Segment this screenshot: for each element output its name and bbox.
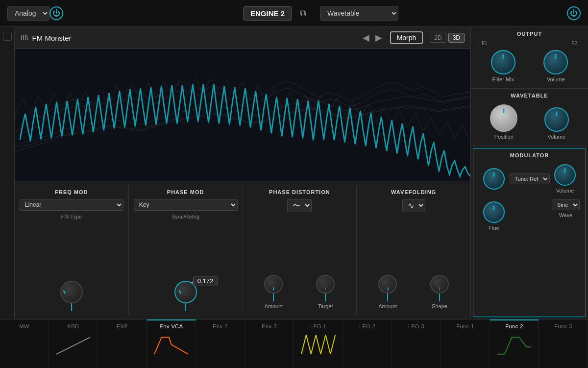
tab-item-mw[interactable]: MW <box>0 319 49 368</box>
tab-item-env-2[interactable]: Env 2 <box>196 319 245 368</box>
phase-distortion-amount-container: Amount <box>264 275 283 309</box>
filter-mix-indicator <box>502 54 504 59</box>
waveform-header: III\ FM Monster ◀ ▶ Morph 2D 3D <box>15 27 470 49</box>
wavefolding-title: WAVEFOLDING <box>362 189 466 195</box>
sine-select[interactable]: Sine <box>552 199 580 210</box>
tab-item-func-2[interactable]: Func 2 <box>490 319 539 368</box>
modulator-section: MODULATOR Tune: Rel Volume <box>473 148 586 317</box>
modulator-bottom-row: Fine Sine Wave <box>479 199 580 233</box>
tab-item-exp[interactable]: EXP <box>98 319 147 368</box>
tune-container <box>483 168 505 190</box>
f2-label: F2 <box>571 41 577 46</box>
phase-mod-track <box>185 303 186 311</box>
tab-label: Func 3 <box>554 323 572 329</box>
tab-item-env-3[interactable]: Env 3 <box>245 319 294 368</box>
freq-mod-type-select[interactable]: Linear <box>20 199 123 211</box>
power-button-right[interactable]: ⏻ <box>567 6 581 20</box>
tune-knob[interactable] <box>483 168 505 190</box>
wavetable-select[interactable]: Wavetable <box>320 6 398 21</box>
tab-visual <box>446 332 485 357</box>
tab-visual <box>397 332 436 357</box>
output-section: OUTPUT F1 F2 Filter Mix Volume <box>471 27 588 89</box>
tab-label: Func 1 <box>456 323 474 329</box>
fine-label: Fine <box>489 225 499 231</box>
morph-button[interactable]: Morph <box>390 31 423 44</box>
mod-volume-knob[interactable] <box>554 164 576 186</box>
tune-indicator <box>493 172 495 177</box>
power-button-left[interactable]: ⏻ <box>49 6 63 20</box>
tab-label: MW <box>19 323 29 329</box>
tune-rel-select[interactable]: Tune: Rel <box>510 173 550 184</box>
phase-mod-group: PHASE MOD Key Sync/Retrig + 0 <box>129 185 243 315</box>
fine-container: Fine <box>483 201 505 231</box>
wavefolding-shape-select[interactable]: ∿ <box>402 199 425 212</box>
fine-indicator <box>493 205 495 210</box>
wavetable-volume-knob[interactable] <box>544 107 569 132</box>
f1-label: F1 <box>482 41 488 46</box>
tab-item-env-vca[interactable]: Env VCA <box>147 319 196 368</box>
tab-label: LFO 2 <box>359 323 375 329</box>
position-knob[interactable] <box>490 104 517 132</box>
output-title: OUTPUT <box>477 31 582 37</box>
waveform-display <box>15 49 470 181</box>
svg-line-1 <box>56 337 90 354</box>
wave-dropdown-container: Sine Wave <box>552 199 580 218</box>
filter-mix-label: Filter Mix <box>492 76 514 82</box>
wavefolding-shape-container: Shape <box>430 275 449 309</box>
wavetable-knobs-row: Position Volume <box>477 102 582 142</box>
preset-icon: III\ <box>21 34 28 42</box>
filter-labels: F1 F2 <box>477 41 582 46</box>
phase-distortion-target-knob[interactable] <box>316 275 335 294</box>
copy-button[interactable]: ⧉ <box>300 8 306 19</box>
output-volume-container: Volume <box>543 50 568 82</box>
left-indicator <box>3 32 12 41</box>
phase-distortion-target-select[interactable]: 〜 <box>287 199 312 212</box>
preset-name: FM Monster <box>32 34 360 42</box>
freq-mod-track <box>71 303 72 311</box>
view-2d-button[interactable]: 2D <box>430 33 446 43</box>
center-panel: III\ FM Monster ◀ ▶ Morph 2D 3D <box>15 27 470 319</box>
prev-button[interactable]: ◀ <box>360 32 372 43</box>
phase-mod-key-select[interactable]: Key <box>134 199 238 211</box>
phase-mod-value: 0.172 <box>193 276 218 286</box>
controls-groups: FREQ MOD Linear FM Type <box>15 185 470 315</box>
next-button[interactable]: ▶ <box>372 32 385 43</box>
tab-item-func-3[interactable]: Func 3 <box>539 319 588 368</box>
modulator-title: MODULATOR <box>479 152 580 158</box>
freq-mod-sub-label: FM Type <box>20 214 123 220</box>
output-volume-knob[interactable] <box>543 50 568 74</box>
freq-mod-knob-container <box>60 281 83 311</box>
phase-distortion-amount-knob[interactable] <box>264 275 283 294</box>
main-layout: III\ FM Monster ◀ ▶ Morph 2D 3D <box>0 27 588 319</box>
fine-knob[interactable] <box>483 201 505 223</box>
phase-distortion-title: PHASE DISTORTION <box>248 189 352 195</box>
phase-distortion-group: PHASE DISTORTION 〜 Amount <box>243 185 357 315</box>
tab-visual <box>5 332 44 357</box>
wavetable-volume-container: Volume <box>544 107 569 140</box>
output-volume-label: Volume <box>547 76 565 82</box>
freq-mod-knob[interactable] <box>60 281 83 303</box>
wavetable-section: WAVETABLE Position Volume <box>471 89 588 146</box>
position-container: Position <box>490 104 517 140</box>
view-3d-button[interactable]: 3D <box>448 33 465 43</box>
left-panel <box>0 27 15 319</box>
wavefolding-shape-knob[interactable] <box>430 275 449 294</box>
tab-item-lfo-3[interactable]: LFO 3 <box>392 319 441 368</box>
bottom-tabs: MWKBD EXPEnv VCA Env 2Env 3LFO 1 LFO 2LF… <box>0 319 588 368</box>
wavefolding-amount-knob[interactable] <box>378 275 397 294</box>
top-bar: Analog ⏻ ENGINE 2 ⧉ Wavetable ⏻ <box>0 0 588 27</box>
filter-mix-container: Filter Mix <box>491 50 515 82</box>
mod-volume-indicator <box>564 168 566 173</box>
tab-visual <box>152 332 191 357</box>
filter-mix-knob[interactable] <box>491 50 515 74</box>
tab-item-kbd[interactable]: KBD <box>49 319 98 368</box>
tab-item-lfo-1[interactable]: LFO 1 <box>294 319 343 368</box>
tab-item-func-1[interactable]: Func 1 <box>441 319 490 368</box>
tab-item-lfo-2[interactable]: LFO 2 <box>343 319 392 368</box>
freq-mod-knob-indicator <box>63 290 66 294</box>
wavefolding-shape-label: Shape <box>432 303 447 309</box>
phase-dist-amount-track <box>273 294 274 301</box>
freq-mod-title: FREQ MOD <box>20 189 123 195</box>
analog-select[interactable]: Analog <box>7 6 49 21</box>
tab-visual <box>495 332 534 357</box>
